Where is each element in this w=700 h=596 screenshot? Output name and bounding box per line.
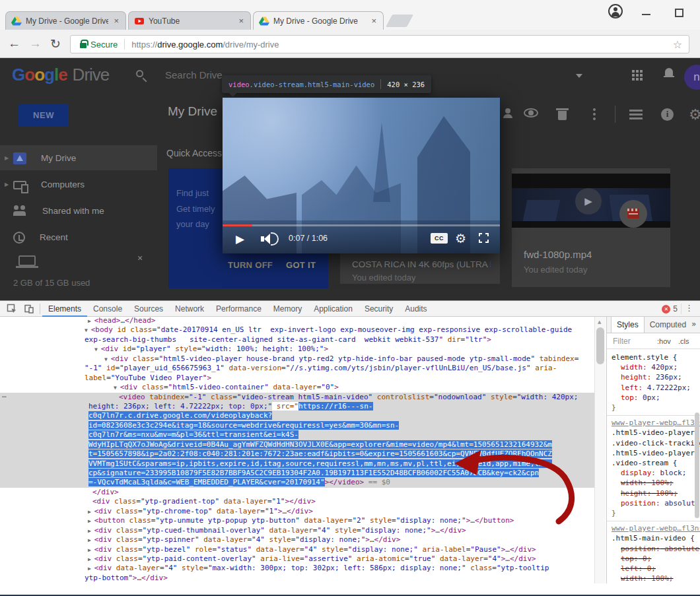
search-input[interactable]: Search Drive	[165, 69, 223, 81]
info-icon[interactable]	[661, 108, 674, 121]
css-declaration[interactable]: width: 100%;	[612, 574, 700, 583]
sidebar-item-computers[interactable]: ▶Computers	[0, 172, 157, 197]
dom-tree-line[interactable]: ytp-bottom">…</div>	[0, 574, 594, 583]
dom-tree-line[interactable]: ▶ <head>…</head>	[0, 316, 594, 325]
trash-icon[interactable]	[558, 111, 567, 120]
browser-tab-3-active[interactable]: My Drive - Google Drive ×	[253, 11, 384, 30]
bookmark-star-icon[interactable]: ☆	[673, 38, 682, 51]
more-actions-icon[interactable]	[593, 108, 596, 111]
list-view-icon[interactable]	[629, 110, 643, 112]
tab-styles[interactable]: Styles	[611, 317, 645, 333]
css-selector[interactable]: .html5-video-player	[612, 428, 700, 438]
dom-tree-line[interactable]: ▶ <div class="ytp-paid-content-overlay" …	[0, 554, 594, 564]
css-declaration[interactable]: height: 100%;	[612, 488, 700, 498]
dom-tree-line[interactable]: height: 236px; left: 4.72222px; top: 0px…	[0, 402, 594, 411]
css-declaration[interactable]: left: 0;	[612, 564, 700, 574]
dom-tree-line[interactable]: ▶ <div class="ytp-bezel" role="status" d…	[0, 545, 594, 554]
search-options-caret-icon[interactable]	[576, 74, 582, 78]
dom-tree-line[interactable]: "-1" id="player_uid_656675963_1" data-ve…	[0, 364, 594, 373]
css-declaration[interactable]: top: 0;	[612, 554, 700, 564]
dom-tree-line[interactable]: ▼ <div class="html5-video-container" dat…	[0, 383, 594, 392]
dom-tree-line[interactable]: ▶ <div class="ytp-chrome-top" data-layer…	[0, 507, 594, 516]
devtools-tab-console[interactable]: Console	[87, 301, 128, 317]
devtools-tab-security[interactable]: Security	[359, 301, 399, 317]
dom-tree-line[interactable]: ▶ <div class="ytp-cued-thumbnail-overlay…	[0, 526, 594, 535]
css-declaration[interactable]: display: block;	[612, 468, 700, 478]
devtools-tab-elements[interactable]: Elements	[42, 301, 87, 317]
tab-close-icon[interactable]: ×	[370, 16, 378, 26]
css-selector[interactable]: .video-click-tracking,	[612, 438, 700, 448]
dom-tree-line[interactable]: VVMTmg1SUtC&sparams=ip,ipbits,expire,id,…	[0, 459, 594, 469]
notifications-bell-icon[interactable]	[665, 68, 673, 76]
refresh-icon[interactable]: ↻	[50, 35, 61, 52]
dom-tree-line[interactable]: ▶ <div class="ytp-spinner" data-layer="4…	[0, 535, 594, 545]
styles-vertical-scrollbar[interactable]	[695, 363, 699, 583]
new-tab-button[interactable]	[386, 15, 413, 27]
profile-icon[interactable]	[608, 4, 623, 18]
dom-tree-line[interactable]: cp&signature=233995B10879F5E82B7BBF9A5C2…	[0, 469, 594, 478]
hov-toggle[interactable]: :hov	[657, 337, 671, 345]
stylesheet-link[interactable]: www-player-webp…fl3ns	[612, 523, 700, 533]
stylesheet-link[interactable]: www-player-webp…fl3ns	[612, 418, 700, 428]
dom-tree-line[interactable]: <div class="ytp-gradient-top" data-layer…	[0, 497, 594, 506]
dom-tree-line[interactable]: ▶ <div data-layer="4" style="max-width: …	[0, 564, 594, 573]
video-player[interactable]: ▶ 0:07 / 1:06 CC ⚙	[223, 98, 500, 253]
css-declaration[interactable]: height: 236px;	[612, 372, 700, 382]
dom-scrollbar[interactable]: ▲	[594, 317, 606, 583]
css-declaration[interactable]: width: 100%;	[612, 478, 700, 488]
dom-tree-line[interactable]: =-VQcvTdMcaL3qlda&c=WEB_EMBEDDED_PLAYER&…	[0, 478, 594, 487]
expand-arrow-icon[interactable]: ▶	[0, 155, 13, 161]
dom-tree-line[interactable]: ▼ <div class="html5-video-player house-b…	[0, 354, 594, 364]
turn-off-button[interactable]: TURN OFF	[228, 260, 273, 270]
tab-close-icon[interactable]: ×	[237, 16, 245, 26]
back-icon[interactable]: ←	[8, 35, 20, 52]
devtools-tab-memory[interactable]: Memory	[267, 301, 308, 317]
css-declaration[interactable]: position: absolute;	[612, 498, 700, 508]
preview-eye-icon[interactable]	[524, 108, 538, 117]
drive-page-title[interactable]: My Drive	[168, 104, 217, 119]
expand-arrow-icon[interactable]: ▶	[0, 182, 13, 187]
tabs-overflow-icon[interactable]: »	[691, 317, 700, 333]
css-declaration[interactable]: top: 0px;	[612, 393, 700, 403]
filter-input[interactable]: Filter	[613, 337, 631, 346]
tab-computed[interactable]: Computed	[645, 317, 691, 333]
apps-grid-icon[interactable]	[632, 70, 635, 73]
captions-button[interactable]: CC	[431, 233, 448, 244]
tab-close-icon[interactable]: ×	[112, 16, 120, 26]
dom-tree-line[interactable]: ▼ <div id="player" style="width: 100%; h…	[0, 345, 594, 354]
fullscreen-button[interactable]	[479, 233, 489, 243]
css-selector[interactable]: element.style {	[612, 352, 700, 362]
dom-tree-line[interactable]: ▼ <body id class="date-20170914 en_US lt…	[0, 325, 594, 335]
address-bar[interactable]: Secure https://drive.google.com/drive/my…	[70, 35, 689, 53]
account-avatar[interactable]: n	[684, 65, 700, 90]
dom-tree-line[interactable]: c0q7ln7r&ms=nxu&mv=m&pl=36&ttl=transient…	[0, 430, 594, 440]
promo-close-icon[interactable]: ×	[137, 253, 143, 263]
dom-tree-line[interactable]: <video tabindex="-1" class="video-stream…	[0, 393, 594, 402]
file-card-fwd-1080p[interactable]: ▶ fwd-1080p.mp4 You edited today	[512, 168, 670, 287]
dom-tree-line[interactable]: exp-search-big-thumbs site-center-aligne…	[0, 335, 594, 345]
devtools-tab-application[interactable]: Application	[308, 301, 359, 317]
css-selector[interactable]: .html5-main-video {	[612, 533, 700, 543]
css-declaration[interactable]: position: absolute;	[612, 544, 700, 554]
css-selector[interactable]: .html5-video-player	[612, 448, 700, 458]
forward-icon[interactable]: →	[29, 35, 42, 52]
dom-tree-line[interactable]: ▶ <button class="ytp-unmute ytp-popup yt…	[0, 516, 594, 525]
window-minimize-button[interactable]	[642, 14, 650, 15]
devtools-menu-icon[interactable]: ⋮	[685, 303, 693, 313]
player-settings-gear-icon[interactable]: ⚙	[455, 231, 466, 246]
css-declaration[interactable]: width: 420px;	[612, 362, 700, 372]
got-it-button[interactable]: GOT IT	[286, 260, 316, 270]
css-declaration[interactable]: left: 4.72222px;	[612, 383, 700, 393]
dom-tree-line[interactable]: t=1505657898&ip=2a02:2f08:c040:281:201e:…	[0, 449, 594, 459]
share-add-person-icon[interactable]	[503, 108, 512, 117]
progress-bar[interactable]	[223, 224, 500, 226]
sidebar-item-shared-with-me[interactable]: Shared with me	[0, 198, 157, 223]
sidebar-item-recent[interactable]: Recent	[0, 224, 157, 249]
window-maximize-button[interactable]	[675, 9, 683, 17]
devtools-tab-performance[interactable]: Performance	[210, 301, 267, 317]
new-button[interactable]: NEW	[18, 104, 69, 127]
device-toolbar-icon[interactable]	[24, 304, 34, 314]
browser-tab-1[interactable]: My Drive - Google Drive ×	[5, 11, 126, 30]
inspect-element-icon[interactable]	[7, 304, 17, 314]
sidebar-item-my-drive[interactable]: ▶My Drive	[0, 145, 157, 170]
